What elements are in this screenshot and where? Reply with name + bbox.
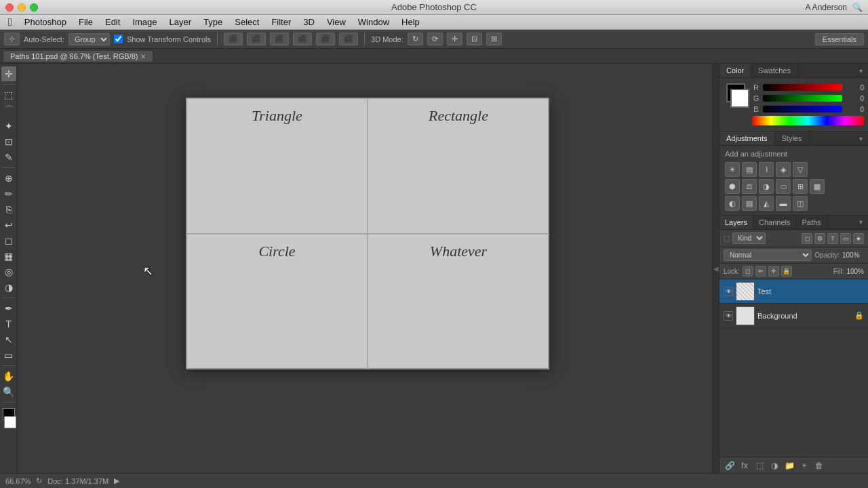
tab-channels[interactable]: Channels <box>753 216 796 229</box>
lock-transparent-icon[interactable]: ◻ <box>743 266 753 277</box>
adj-selective-icon[interactable]: ◫ <box>793 196 808 211</box>
crop-tool[interactable]: ⊡ <box>1 134 16 149</box>
show-transform-checkbox[interactable] <box>114 35 123 43</box>
adj-threshold-icon[interactable]: ◭ <box>759 196 774 211</box>
adj-bw-icon[interactable]: ◑ <box>759 179 774 194</box>
tab-adjustments[interactable]: Adjustments <box>719 131 775 145</box>
apple-menu[interactable]:  <box>3 16 18 28</box>
lock-position-icon[interactable]: ✛ <box>768 266 779 277</box>
tab-swatches[interactable]: Swatches <box>751 64 798 77</box>
menu-layer[interactable]: Layer <box>164 16 197 28</box>
align-top-btn[interactable]: ⬛ <box>224 33 243 45</box>
lock-image-icon[interactable]: ✏ <box>755 266 766 277</box>
move-tool-icon[interactable]: ⊹ <box>4 33 20 45</box>
adj-colorlookup-icon[interactable]: ▦ <box>810 179 825 194</box>
text-tool[interactable]: T <box>1 317 16 331</box>
quick-selection-tool[interactable]: ✦ <box>1 119 16 134</box>
blur-tool[interactable]: ◎ <box>1 264 16 279</box>
layers-panel-collapse[interactable]: ▾ <box>854 216 868 229</box>
gradient-tool[interactable]: ▦ <box>1 249 16 264</box>
r-slider[interactable] <box>763 84 842 91</box>
marquee-tool[interactable]: ⬚ <box>1 87 16 102</box>
background-swatch[interactable] <box>730 89 749 108</box>
adj-photofilter-icon[interactable]: ⬭ <box>776 179 791 194</box>
status-play-btn[interactable]: ▶ <box>114 476 119 485</box>
menu-window[interactable]: Window <box>353 16 395 28</box>
stamp-tool[interactable]: ⎘ <box>1 202 16 217</box>
adj-curves-icon[interactable]: ⌇ <box>759 162 774 177</box>
layer-visibility-bg[interactable]: 👁 <box>724 311 733 321</box>
3d-pan-btn[interactable]: ✛ <box>447 33 462 45</box>
menu-select[interactable]: Select <box>229 16 264 28</box>
dodge-tool[interactable]: ◑ <box>1 280 16 295</box>
zoom-tool[interactable]: 🔍 <box>1 384 16 399</box>
zoom-sync-icon[interactable]: ↻ <box>36 476 42 485</box>
layer-item[interactable]: 👁 Test <box>719 279 868 304</box>
essentials-button[interactable]: Essentials <box>815 33 864 45</box>
tab-paths[interactable]: Paths <box>797 216 827 229</box>
brush-tool[interactable]: ✏ <box>1 186 16 201</box>
path-selection-tool[interactable]: ↖ <box>1 332 16 347</box>
align-bottom-btn[interactable]: ⬛ <box>270 33 289 45</box>
g-slider[interactable] <box>763 95 842 102</box>
layers-adj-btn[interactable]: ◑ <box>768 460 781 472</box>
background-color[interactable] <box>4 416 16 428</box>
filter-smart-icon[interactable]: ★ <box>853 233 864 244</box>
layers-fx-btn[interactable]: fx <box>738 460 751 472</box>
history-brush-tool[interactable]: ↩ <box>1 218 16 232</box>
b-slider[interactable] <box>763 106 842 113</box>
eyedropper-tool[interactable]: ✎ <box>1 150 16 165</box>
menu-photoshop[interactable]: Photoshop <box>19 16 72 28</box>
adj-posterize-icon[interactable]: ▤ <box>742 196 757 211</box>
traffic-lights[interactable] <box>5 3 38 12</box>
menu-edit[interactable]: Edit <box>100 16 125 28</box>
layers-delete-btn[interactable]: 🗑 <box>813 460 825 472</box>
filter-type-icon[interactable]: T <box>827 233 838 244</box>
blend-mode-dropdown[interactable]: Normal Multiply Screen Overlay <box>724 249 812 261</box>
layers-mask-btn[interactable]: ⬚ <box>753 460 766 472</box>
3d-slide-btn[interactable]: ⊡ <box>467 33 482 45</box>
color-preview-area[interactable] <box>724 83 748 117</box>
3d-roll-btn[interactable]: ⟳ <box>427 33 443 45</box>
adj-vibrance-icon[interactable]: ▽ <box>793 162 808 177</box>
filter-shape-icon[interactable]: ▭ <box>840 233 851 244</box>
lasso-tool[interactable]: ⌒ <box>1 103 16 118</box>
3d-scale-btn[interactable]: ⊞ <box>486 33 502 45</box>
layers-group-btn[interactable]: 📁 <box>783 460 795 472</box>
tab-styles[interactable]: Styles <box>775 131 810 145</box>
adj-gradmap-icon[interactable]: ▬ <box>776 196 791 211</box>
3d-rotate-btn[interactable]: ↻ <box>408 33 423 45</box>
menu-filter[interactable]: Filter <box>266 16 296 28</box>
filter-pixel-icon[interactable]: ◻ <box>802 233 812 244</box>
close-button[interactable] <box>5 3 14 12</box>
panel-collapse-handle[interactable]: ◀ <box>712 64 719 473</box>
adj-panel-collapse[interactable]: ▾ <box>854 132 868 145</box>
healing-brush-tool[interactable]: ⊕ <box>1 171 16 186</box>
adj-brightness-icon[interactable]: ☀ <box>725 162 740 177</box>
color-panel-collapse[interactable]: ▾ <box>854 64 868 77</box>
move-tool[interactable]: ✛ <box>1 66 16 81</box>
adj-invert-icon[interactable]: ◐ <box>725 196 740 211</box>
menu-view[interactable]: View <box>321 16 351 28</box>
shape-tool[interactable]: ▭ <box>1 348 16 363</box>
minimize-button[interactable] <box>18 3 26 12</box>
layers-link-btn[interactable]: 🔗 <box>724 460 736 472</box>
filter-adjust-icon[interactable]: ⚙ <box>814 233 825 244</box>
auto-select-dropdown[interactable]: Group Layer <box>68 33 110 45</box>
tab-layers[interactable]: Layers <box>719 216 753 229</box>
layer-visibility-test[interactable]: 👁 <box>724 287 733 296</box>
hand-tool[interactable]: ✋ <box>1 369 16 384</box>
align-left-btn[interactable]: ⬛ <box>293 33 312 45</box>
align-horiz-btn[interactable]: ⬛ <box>316 33 335 45</box>
adj-colorbalance-icon[interactable]: ⚖ <box>742 179 757 194</box>
menu-image[interactable]: Image <box>127 16 162 28</box>
menu-file[interactable]: File <box>73 16 98 28</box>
layer-item[interactable]: 👁 Background 🔒 <box>719 304 868 328</box>
align-right-btn[interactable]: ⬛ <box>339 33 358 45</box>
layers-new-btn[interactable]: + <box>798 460 810 472</box>
adj-exposure-icon[interactable]: ◈ <box>776 162 791 177</box>
menu-help[interactable]: Help <box>396 16 425 28</box>
eraser-tool[interactable]: ◻ <box>1 233 16 248</box>
document-tab[interactable]: Paths 101.psd @ 66.7% (Test, RGB/8) ✕ <box>3 50 153 62</box>
adj-channelmix-icon[interactable]: ⊞ <box>793 179 808 194</box>
